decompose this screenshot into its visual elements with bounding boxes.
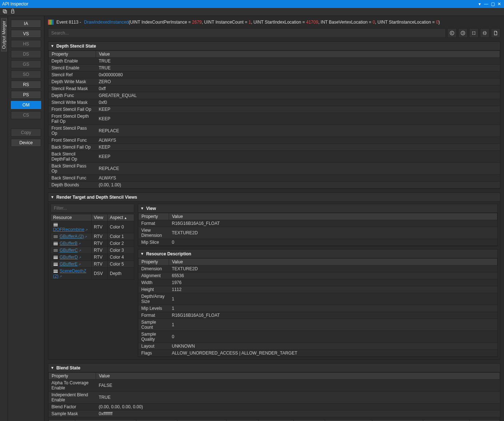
- stage-vs[interactable]: VS: [11, 30, 41, 38]
- resource-desc-table: PropertyValueDimensionTEXTURE2DAlignment…: [138, 258, 497, 357]
- thumbnail-icon: [53, 269, 58, 273]
- col-header[interactable]: Src Blend Alpha: [325, 420, 372, 421]
- resource-link[interactable]: DOFRecombine: [53, 227, 84, 232]
- toolbar: [0, 8, 504, 16]
- content: Event 8113 - DrawIndexedInstanced(UINT I…: [44, 16, 504, 421]
- window-title: API Inspector: [2, 1, 477, 7]
- lock-icon[interactable]: [10, 9, 15, 15]
- thumbnail-icon: [53, 223, 58, 227]
- table-row: Depth FuncGREATER_EQUAL: [49, 92, 500, 99]
- col-header[interactable]: Blend Op Alpha: [423, 420, 469, 421]
- stage-rs[interactable]: RS: [11, 81, 41, 89]
- blend-state-table: PropertyValueAlpha To Coverage EnableFAL…: [48, 372, 500, 417]
- dropdown-icon[interactable]: ▾: [477, 1, 482, 7]
- col-header[interactable]: Index▲: [49, 420, 75, 421]
- col-header[interactable]: Property: [49, 373, 96, 380]
- table-row: Back Stencil Fail OpKEEP: [49, 144, 500, 151]
- resource-link[interactable]: GBufferA (2): [60, 234, 84, 239]
- table-row: Depth Bounds(0.00, 1.00): [49, 182, 500, 189]
- resource-link[interactable]: GBufferC: [60, 248, 78, 253]
- col-header[interactable]: Value: [169, 259, 497, 266]
- table-row: Independent Blend EnableTRUE: [49, 392, 500, 404]
- stage-ia[interactable]: IA: [11, 20, 41, 28]
- svg-point-4: [461, 31, 465, 35]
- chevron-down-icon: ▼: [140, 206, 144, 210]
- external-icon: ↗: [78, 263, 81, 266]
- resource-link[interactable]: GBufferB: [60, 241, 77, 246]
- col-header[interactable]: Dest Blend Alpha: [372, 420, 423, 421]
- col-header[interactable]: Resource: [51, 214, 92, 221]
- sidebar-device-button[interactable]: Device: [11, 139, 41, 147]
- col-header[interactable]: Property: [139, 213, 169, 220]
- col-header[interactable]: Blend Op: [294, 420, 325, 421]
- col-header[interactable]: Value: [169, 213, 497, 220]
- resource-link[interactable]: GBufferD: [60, 255, 78, 260]
- section-title: Depth Stencil State: [56, 44, 96, 49]
- stage-ps[interactable]: PS: [11, 91, 41, 99]
- col-header[interactable]: Property: [139, 259, 169, 266]
- file-icon[interactable]: [491, 28, 500, 38]
- section-title: Resource Description: [146, 251, 191, 256]
- table-row: Stencil Ref0x00000080: [49, 72, 500, 78]
- resource-row[interactable]: GBufferA (2)↗RTVColor 1: [51, 233, 134, 240]
- minimize-icon[interactable]: —: [484, 1, 489, 7]
- table-row: Stencil Write Mask0xf0: [49, 99, 500, 106]
- depth-stencil-table: PropertyValueDepth EnableTRUEStencil Ena…: [48, 50, 500, 189]
- table-row: Sample Quality0: [139, 331, 497, 343]
- next-icon[interactable]: [458, 28, 468, 38]
- chevron-down-icon: ▼: [51, 195, 54, 199]
- external-icon: ↗: [78, 242, 81, 246]
- window-controls: ▾ — ▢ ✕: [477, 1, 502, 7]
- external-icon: ↗: [84, 235, 87, 239]
- expand-icon[interactable]: [469, 28, 479, 38]
- section-header[interactable]: ▼ Depth Stencil State: [48, 42, 500, 50]
- copy-view-icon[interactable]: [2, 9, 7, 15]
- col-header[interactable]: Property: [49, 51, 96, 58]
- external-icon: ↗: [79, 256, 81, 259]
- section-header[interactable]: ▼ View: [138, 204, 497, 213]
- col-header[interactable]: Dest Blend: [259, 420, 294, 421]
- resource-row[interactable]: GBufferD↗RTVColor 4: [51, 254, 134, 261]
- vertical-tab[interactable]: Output Merger: [1, 18, 7, 51]
- event-call: DrawIndexedInstanced(UINT IndexCountPerI…: [84, 20, 440, 25]
- search-input[interactable]: [48, 28, 446, 38]
- section-title: Blend State: [56, 365, 80, 371]
- col-header[interactable]: Write Mask: [75, 420, 136, 421]
- collapse-icon[interactable]: [480, 28, 489, 38]
- resource-row[interactable]: GBufferB↗RTVColor 2: [51, 240, 134, 247]
- table-row: Depth/Array Size1: [139, 293, 497, 305]
- col-header[interactable]: Src Blend: [227, 420, 259, 421]
- resource-row[interactable]: DOFRecombine↗RTVColor 0: [51, 221, 134, 233]
- table-row: Width1976: [139, 279, 497, 286]
- col-header[interactable]: Logic Op Enable: [177, 420, 227, 421]
- table-row: Sample Count1: [139, 319, 497, 331]
- col-header[interactable]: Blend Enable: [136, 420, 177, 421]
- table-row: Mip Levels1: [139, 305, 497, 312]
- col-header[interactable]: Value: [96, 51, 500, 58]
- resource-list-pane: ResourceViewAspect▲DOFRecombine↗RTVColor…: [51, 204, 134, 357]
- section-header[interactable]: ▼ Render Target and Depth Stencil Views: [48, 193, 500, 202]
- resource-row[interactable]: SceneDepthZ (2)↗DSVDepth: [51, 268, 134, 280]
- col-header[interactable]: View: [92, 214, 108, 221]
- prev-icon[interactable]: [447, 28, 457, 38]
- col-header[interactable]: Value: [96, 373, 500, 380]
- blend-state-section: ▼ Blend State PropertyValueAlpha To Cove…: [48, 363, 500, 421]
- table-row: View DimensionTEXTURE2D: [139, 227, 497, 239]
- resource-row[interactable]: GBufferE↗RTVColor 5: [51, 261, 134, 268]
- resource-row[interactable]: GBufferC↗RTVColor 3: [51, 247, 134, 254]
- table-row: Front Stencil Depth Fail OpKEEP: [49, 113, 500, 125]
- section-header[interactable]: ▼ Blend State: [48, 364, 500, 372]
- maximize-icon[interactable]: ▢: [490, 1, 495, 7]
- view-table: PropertyValueFormatR16G16B16A16_FLOATVie…: [138, 213, 497, 246]
- table-row: DimensionTEXTURE2D: [139, 266, 497, 272]
- resource-link[interactable]: GBufferE: [60, 262, 77, 267]
- filter-input[interactable]: [51, 204, 134, 212]
- stage-om[interactable]: OM: [11, 101, 41, 109]
- close-icon[interactable]: ✕: [497, 1, 502, 7]
- external-icon: ↗: [79, 249, 81, 252]
- stage-gs: GS: [11, 60, 41, 68]
- col-header[interactable]: Aspect▲: [108, 214, 134, 221]
- col-header[interactable]: Logic Op: [469, 420, 500, 421]
- section-header[interactable]: ▼ Resource Description: [138, 250, 497, 258]
- table-row: Blend Factor(0.00, 0.00, 0.00, 0.00): [49, 404, 500, 410]
